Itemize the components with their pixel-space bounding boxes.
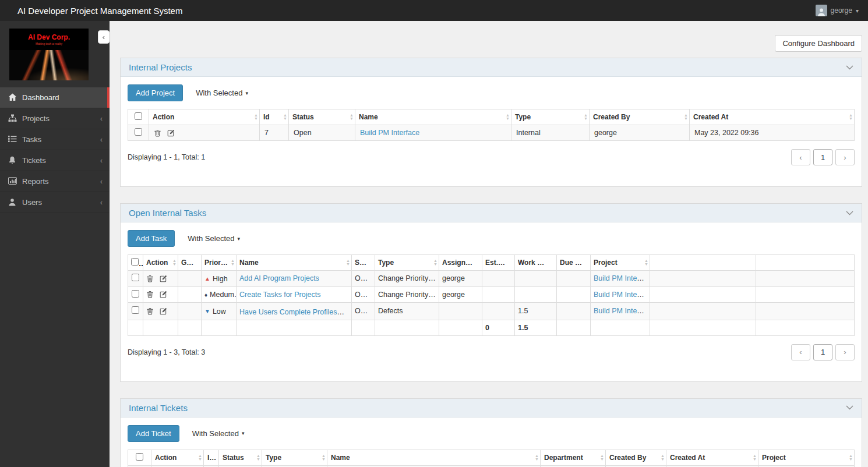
delete-button[interactable] xyxy=(146,275,154,282)
sort-icon[interactable]: ▲▼ xyxy=(283,114,287,121)
bar-chart-icon xyxy=(8,177,17,186)
sidebar-item-tickets[interactable]: Tickets ‹ xyxy=(0,150,110,171)
sort-icon[interactable]: ▲▼ xyxy=(322,454,326,461)
with-selected-dropdown[interactable]: With Selected ▾ xyxy=(196,89,248,97)
internal-tickets-header[interactable]: Internal Tickets xyxy=(121,399,862,418)
cell-empty xyxy=(650,303,756,320)
column-header-est-time: Est. Time xyxy=(482,255,515,271)
cell-empty xyxy=(756,271,855,287)
select-all-checkbox[interactable] xyxy=(136,453,143,461)
cell-priority: Low xyxy=(213,307,226,316)
priority-high-icon: ▲ xyxy=(204,275,210,282)
project-link[interactable]: Build PM Interface xyxy=(594,307,650,315)
task-name-link[interactable]: Create Tasks for Projects xyxy=(239,291,320,299)
chevron-left-icon: ‹ xyxy=(100,177,103,186)
sort-icon[interactable]: ▲▼ xyxy=(231,259,235,266)
row-checkbox[interactable] xyxy=(132,274,139,281)
edit-button[interactable] xyxy=(167,129,175,137)
edit-button[interactable] xyxy=(160,275,167,282)
sort-icon[interactable]: ▲▼ xyxy=(644,259,648,266)
project-link[interactable]: Build PM Interface xyxy=(594,274,650,282)
sort-icon[interactable]: ▲▼ xyxy=(661,454,665,461)
table-header-row: Action▲▼ Id Status▲▼ Type▲▼ Name▲▼ Depar… xyxy=(128,450,855,465)
sort-icon[interactable]: ▲▼ xyxy=(433,259,437,266)
column-header-action: Action▲▼ xyxy=(151,450,204,465)
with-selected-dropdown[interactable]: With Selected ▾ xyxy=(192,429,245,438)
configure-dashboard-button[interactable]: Configure Dashboard xyxy=(775,35,862,52)
priority-low-icon: ▼ xyxy=(204,308,210,314)
column-header-status: Status▲▼ xyxy=(289,109,355,125)
sort-icon[interactable]: ▲▼ xyxy=(254,114,258,121)
sort-icon[interactable]: ▲▼ xyxy=(346,259,350,266)
page-button[interactable]: 1 xyxy=(813,149,832,165)
user-menu[interactable]: george ▾ xyxy=(816,5,868,16)
open-internal-tasks-header[interactable]: Open Internal Tasks xyxy=(121,204,862,222)
avatar xyxy=(816,5,827,16)
sort-icon[interactable]: ▲▼ xyxy=(849,454,853,461)
add-task-button[interactable]: Add Task xyxy=(128,230,175,247)
chevron-down-icon[interactable] xyxy=(846,211,853,215)
tasks-table: Action▲▼ Group Priority▲▼ Name▲▼ Status … xyxy=(128,254,855,336)
project-name-link[interactable]: Build PM Interface xyxy=(360,129,419,137)
next-page-button[interactable]: › xyxy=(835,344,855,360)
add-project-button[interactable]: Add Project xyxy=(128,84,183,101)
sidebar-item-dashboard[interactable]: Dashboard xyxy=(0,87,110,108)
internal-projects-header[interactable]: Internal Projects xyxy=(121,58,862,77)
chevron-down-icon[interactable] xyxy=(846,405,853,410)
page-button[interactable]: 1 xyxy=(813,344,832,360)
chevron-left-icon: ‹ xyxy=(100,156,103,165)
delete-button[interactable] xyxy=(154,129,161,137)
next-page-button[interactable]: › xyxy=(835,149,855,165)
task-name-link[interactable]: Have Users Complete Profiles xyxy=(239,308,344,316)
home-icon xyxy=(8,93,17,102)
column-header-project: Project▲▼ xyxy=(591,255,650,271)
sidebar-item-label: Dashboard xyxy=(22,93,103,102)
with-selected-label: With Selected xyxy=(192,429,239,438)
projects-table: Action▲▼ Id▲▼ Status▲▼ Name▲▼ Type▲▼ Cre… xyxy=(128,109,855,141)
sort-icon[interactable]: ▲▼ xyxy=(198,454,202,461)
sort-icon[interactable]: ▲▼ xyxy=(506,114,510,121)
with-selected-dropdown[interactable]: With Selected ▾ xyxy=(188,234,240,243)
edit-button[interactable] xyxy=(160,291,167,298)
sidebar-item-reports[interactable]: Reports ‹ xyxy=(0,171,110,192)
sort-icon[interactable]: ▲▼ xyxy=(849,114,853,121)
row-checkbox[interactable] xyxy=(132,306,139,314)
sidebar-item-users[interactable]: Users ‹ xyxy=(0,192,110,213)
prev-page-button[interactable]: ‹ xyxy=(791,149,810,165)
column-header-action: Action▲▼ xyxy=(143,255,178,271)
panel-title: Open Internal Tasks xyxy=(129,208,206,218)
task-name-link[interactable]: Add AI Program Projects xyxy=(239,274,319,282)
sort-icon[interactable]: ▲▼ xyxy=(600,454,604,461)
sort-icon[interactable]: ▲▼ xyxy=(172,259,177,266)
select-all-checkbox[interactable] xyxy=(131,258,139,266)
panel-title: Internal Projects xyxy=(129,62,192,72)
sidebar-item-tasks[interactable]: Tasks ‹ xyxy=(0,129,110,150)
prev-page-button[interactable]: ‹ xyxy=(791,344,810,360)
row-checkbox[interactable] xyxy=(135,128,142,136)
logo-art xyxy=(9,50,89,80)
pagination: ‹ 1 › xyxy=(791,344,855,360)
sort-icon[interactable]: ▲▼ xyxy=(753,454,757,461)
select-all-checkbox[interactable] xyxy=(135,112,142,120)
pagination: ‹ 1 › xyxy=(791,149,855,165)
sidebar-item-projects[interactable]: Projects ‹ xyxy=(0,108,110,129)
sort-icon[interactable]: ▲▼ xyxy=(535,454,539,461)
add-ticket-button[interactable]: Add Ticket xyxy=(128,425,179,442)
column-header-empty xyxy=(650,255,756,271)
sidebar-collapse-button[interactable]: ‹ xyxy=(98,30,110,44)
chevron-left-icon: ‹ xyxy=(103,33,105,41)
sort-icon[interactable]: ▲▼ xyxy=(256,454,260,461)
edit-button[interactable] xyxy=(160,307,167,315)
row-checkbox[interactable] xyxy=(132,290,139,298)
bell-icon xyxy=(8,156,17,165)
sort-icon[interactable]: ▲▼ xyxy=(584,114,588,121)
project-link[interactable]: Build PM Interface xyxy=(594,291,650,299)
cell-assigned-to xyxy=(439,303,482,320)
column-header-status: Status▲▼ xyxy=(219,450,262,465)
sort-icon[interactable]: ▲▼ xyxy=(684,114,688,121)
sort-icon[interactable]: ▲▼ xyxy=(350,114,354,121)
delete-button[interactable] xyxy=(146,291,154,298)
delete-button[interactable] xyxy=(146,307,154,315)
cell-empty xyxy=(650,271,756,287)
chevron-down-icon[interactable] xyxy=(846,65,853,70)
